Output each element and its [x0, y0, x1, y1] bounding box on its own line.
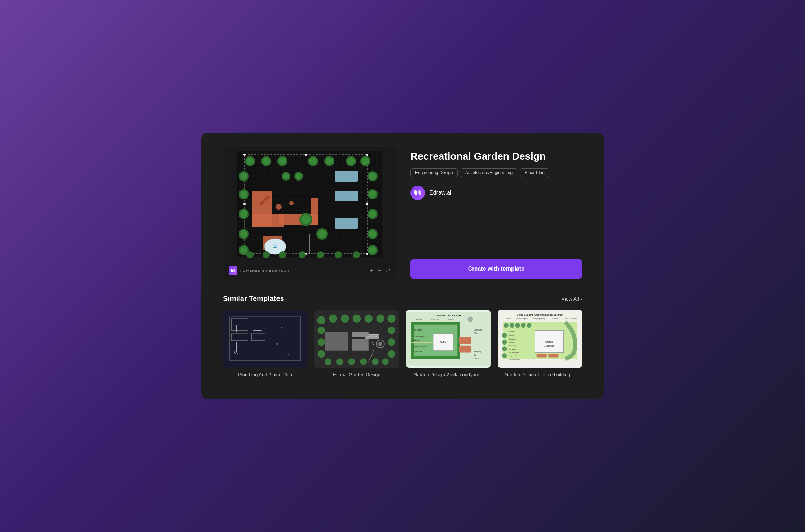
svg-text:✦: ✦ [275, 341, 279, 347]
svg-point-45 [240, 173, 247, 180]
similar-templates-title: Similar Templates [223, 294, 284, 303]
svg-text:Willows: Willows [474, 332, 479, 334]
svg-point-118 [317, 350, 325, 358]
svg-text:Ping-Pong Ball: Ping-Pong Ball [509, 351, 519, 353]
svg-point-116 [317, 327, 325, 334]
fullscreen-button[interactable]: ⤢ [386, 268, 390, 274]
tags-row: Engineering Design Architecture/Engineer… [410, 168, 582, 177]
svg-point-66 [279, 251, 286, 258]
svg-text:Sandbox: Sandbox [509, 331, 515, 332]
svg-text:Villa: Villa [440, 341, 446, 344]
svg-point-33 [263, 158, 270, 165]
author-row: Edraw.ai [410, 186, 582, 200]
svg-point-67 [299, 251, 306, 258]
svg-point-41 [347, 158, 355, 165]
svg-point-25 [276, 204, 282, 210]
svg-point-59 [369, 210, 376, 218]
zoom-out-button[interactable]: − [378, 268, 381, 274]
template-name-villa-garden: Garden Design-2 villa courtyard... [406, 372, 491, 377]
svg-rect-81 [233, 269, 236, 272]
brand-text: POWERED BY EDRAW.AI [240, 269, 290, 272]
svg-point-122 [325, 358, 331, 365]
svg-rect-141 [459, 337, 471, 344]
svg-rect-29 [335, 218, 358, 229]
template-name-office-garden: Garden Design-1 office building ... [498, 372, 582, 377]
svg-text:Bay: Bay [474, 354, 477, 356]
svg-point-108 [378, 342, 382, 346]
svg-rect-102 [352, 339, 369, 351]
svg-point-120 [388, 338, 395, 346]
preview-footer: POWERED BY EDRAW.AI + − ⤢ [223, 263, 396, 279]
top-section: 🌊 [223, 147, 582, 279]
svg-text:🌊: 🌊 [273, 244, 278, 249]
svg-text:Office Building Greening Lands: Office Building Greening Landscape Plan [517, 314, 563, 316]
svg-point-43 [362, 158, 369, 165]
svg-point-127 [382, 358, 389, 365]
svg-point-37 [309, 158, 317, 165]
svg-rect-142 [459, 346, 471, 353]
svg-point-112 [353, 315, 361, 323]
svg-point-55 [369, 173, 376, 180]
similar-templates-section: Similar Templates View All › [223, 294, 582, 377]
svg-text:Sleeping Cherry: Sleeping Cherry [509, 355, 520, 357]
svg-text:Jasmine: Jasmine [552, 318, 558, 320]
svg-text:✦: ✦ [287, 353, 290, 356]
template-thumb-plumbing: ✦ ✦ ✦ [223, 310, 307, 368]
svg-point-119 [388, 327, 395, 334]
svg-text:Camellia: Camellia [509, 334, 515, 336]
svg-point-64 [246, 251, 254, 258]
svg-point-6 [366, 154, 368, 156]
svg-point-173 [502, 347, 507, 351]
svg-point-126 [372, 358, 379, 365]
template-card-office-garden[interactable]: Office Building Greening Landscape Plan … [498, 310, 582, 377]
svg-point-125 [360, 358, 367, 365]
svg-rect-18 [264, 198, 268, 200]
tag-engineering: Engineering Design [410, 168, 458, 177]
svg-rect-17 [263, 200, 266, 201]
template-card-formal-garden[interactable]: Formal Garden Design [314, 310, 399, 377]
svg-point-166 [504, 323, 509, 328]
svg-text:Office: Office [545, 340, 553, 343]
svg-point-69 [335, 251, 342, 258]
preview-canvas: 🌊 [223, 147, 396, 263]
svg-text:Red Maple: Red Maple [413, 329, 422, 331]
template-title: Recreational Garden Design [410, 150, 582, 163]
tag-architecture: Architecture/Engineering [461, 168, 517, 177]
svg-point-70 [353, 251, 360, 258]
svg-point-117 [317, 338, 325, 346]
svg-point-74 [318, 230, 326, 238]
zoom-in-button[interactable]: + [370, 268, 373, 274]
svg-rect-136 [411, 356, 460, 359]
preview-panel: 🌊 [223, 147, 396, 279]
svg-text:Shopping: Shopping [474, 351, 481, 353]
svg-point-51 [240, 230, 247, 238]
svg-text:Wood Furniture: Wood Furniture [565, 318, 577, 320]
svg-point-12 [366, 203, 368, 205]
svg-point-169 [521, 323, 526, 328]
svg-point-109 [317, 316, 325, 324]
svg-rect-80 [230, 269, 233, 272]
svg-point-123 [336, 358, 343, 365]
svg-point-174 [502, 353, 507, 358]
svg-rect-83 [418, 190, 421, 195]
svg-rect-15 [259, 203, 263, 205]
svg-point-49 [240, 210, 247, 218]
svg-rect-105 [367, 336, 379, 337]
svg-rect-16 [261, 201, 264, 203]
template-name-formal-garden: Formal Garden Design [314, 372, 399, 377]
svg-text:Rosemary: Rosemary [509, 341, 516, 343]
view-all-button[interactable]: View All › [562, 296, 582, 302]
svg-point-47 [240, 191, 247, 198]
create-with-template-button[interactable]: Create with template [410, 259, 582, 279]
svg-text:Step Grove: Step Grove [413, 350, 422, 353]
svg-rect-135 [411, 322, 460, 324]
template-card-villa-garden[interactable]: Villa Garden Layout Beijing Large-Leaf C… [406, 310, 491, 377]
template-card-plumbing[interactable]: ✦ ✦ ✦ Plumbing And Piping Plan [223, 310, 307, 377]
svg-rect-21 [311, 198, 318, 225]
svg-point-124 [348, 358, 355, 365]
svg-point-72 [301, 215, 311, 224]
svg-text:Lemon: Lemon [474, 358, 479, 359]
svg-point-63 [369, 247, 376, 254]
chevron-right-icon: › [580, 296, 582, 302]
svg-point-65 [263, 251, 270, 258]
